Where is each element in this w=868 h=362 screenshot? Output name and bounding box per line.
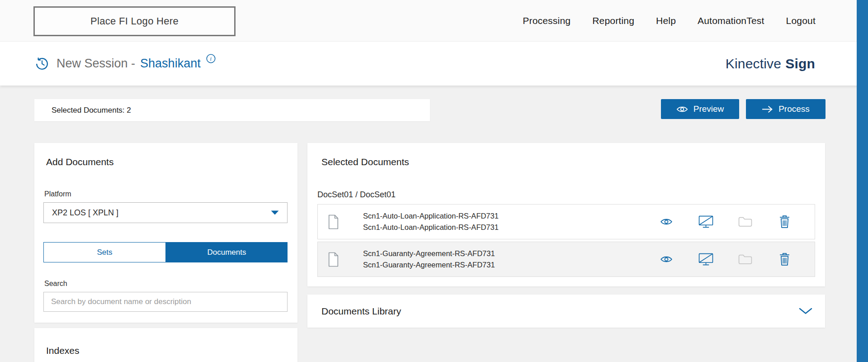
document-row-actions [659, 252, 815, 267]
session-header: New Session - Shashikant i KinectiveSign [0, 42, 868, 86]
nav-item-automationtest[interactable]: AutomationTest [698, 15, 764, 26]
chevron-down-icon [271, 210, 279, 215]
document-name: Scn1-Guaranty-Agreement-RS-AFD731 [363, 249, 495, 258]
document-description: Scn1-Auto-Loan-Application-RS-AFD731 [363, 223, 499, 232]
top-navigation-bar: Place FI Logo Here Processing Reporting … [0, 0, 868, 42]
indexes-panel: Indexes [34, 328, 297, 362]
info-icon[interactable]: i [206, 54, 216, 63]
document-row-actions [659, 214, 815, 229]
preview-button-label: Preview [693, 104, 724, 114]
tab-documents[interactable]: Documents [166, 242, 288, 262]
trash-icon [779, 252, 790, 266]
monitor-slash-icon [698, 253, 713, 266]
folder-button[interactable] [737, 214, 753, 229]
platform-label: Platform [44, 190, 71, 198]
fi-logo-placeholder: Place FI Logo Here [33, 6, 236, 36]
platform-dropdown-value: XP2 LOS [ XPLN ] [52, 208, 271, 218]
vertical-scrollbar[interactable] [857, 0, 868, 362]
add-documents-tabs: Sets Documents [43, 242, 288, 262]
folder-icon [738, 254, 752, 265]
document-row: Scn1-Guaranty-Agreement-RS-AFD731 Scn1-G… [317, 242, 815, 277]
delete-document-button[interactable] [777, 214, 792, 229]
monitor-slash-icon [698, 215, 713, 228]
add-documents-panel: Add Documents Platform XP2 LOS [ XPLN ] … [34, 143, 297, 323]
brand-bold: Sign [785, 56, 815, 71]
document-text: Scn1-Guaranty-Agreement-RS-AFD731 Scn1-G… [363, 249, 495, 269]
eye-icon [676, 105, 688, 113]
fi-logo-placeholder-text: Place FI Logo Here [90, 15, 179, 27]
nav-item-logout[interactable]: Logout [786, 15, 816, 26]
selected-count-label: Selected Documents: 2 [52, 106, 131, 115]
brand-regular: Kinective [726, 56, 782, 71]
display-document-button[interactable] [698, 252, 713, 267]
document-icon [327, 252, 340, 267]
tab-sets[interactable]: Sets [43, 242, 166, 262]
documents-library-title: Documents Library [321, 306, 401, 317]
document-name: Scn1-Auto-Loan-Application-RS-AFD731 [363, 212, 499, 220]
kinective-sign-app: Place FI Logo Here Processing Reporting … [0, 0, 868, 362]
document-row: Scn1-Auto-Loan-Application-RS-AFD731 Scn… [317, 204, 815, 239]
preview-document-button[interactable] [659, 252, 674, 267]
preview-button[interactable]: Preview [661, 99, 739, 119]
nav-item-help[interactable]: Help [656, 15, 676, 26]
docset-label: DocSet01 / DocSet01 [317, 190, 396, 200]
platform-dropdown[interactable]: XP2 LOS [ XPLN ] [43, 202, 288, 223]
process-button[interactable]: Process [746, 99, 826, 119]
nav-item-reporting[interactable]: Reporting [592, 15, 634, 26]
delete-document-button[interactable] [777, 252, 792, 267]
preview-document-button[interactable] [659, 214, 674, 229]
selected-documents-panel: Selected Documents DocSet01 / DocSet01 S… [307, 143, 825, 286]
indexes-title: Indexes [46, 345, 80, 356]
page-title: New Session - [57, 57, 135, 71]
session-user-link[interactable]: Shashikant [140, 57, 201, 71]
eye-icon [660, 218, 673, 226]
arrow-right-icon [762, 105, 773, 113]
folder-icon [738, 216, 752, 227]
folder-button[interactable] [737, 252, 753, 267]
svg-text:i: i [210, 56, 212, 62]
trash-icon [779, 215, 790, 229]
chevron-down-icon[interactable] [799, 308, 812, 314]
new-session-icon [34, 56, 50, 71]
selected-count-bar: Selected Documents: 2 [34, 99, 430, 121]
process-button-label: Process [778, 104, 810, 114]
documents-library-panel[interactable]: Documents Library [307, 295, 825, 328]
eye-icon [660, 255, 673, 263]
document-text: Scn1-Auto-Loan-Application-RS-AFD731 Scn… [363, 212, 499, 232]
display-document-button[interactable] [698, 214, 713, 229]
search-label: Search [44, 280, 67, 288]
selected-documents-title: Selected Documents [321, 157, 409, 167]
search-input[interactable] [43, 292, 288, 312]
brand-logo: KinectiveSign [726, 56, 815, 71]
main-nav: Processing Reporting Help AutomationTest… [523, 0, 816, 42]
content-area: Selected Documents: 2 Preview Process Ad… [0, 86, 868, 362]
add-documents-title: Add Documents [46, 157, 113, 167]
document-icon [327, 214, 340, 229]
session-title-group: New Session - Shashikant i [34, 54, 216, 73]
document-description: Scn1-Guaranty-Agreement-RS-AFD731 [363, 261, 495, 269]
nav-item-processing[interactable]: Processing [523, 15, 571, 26]
